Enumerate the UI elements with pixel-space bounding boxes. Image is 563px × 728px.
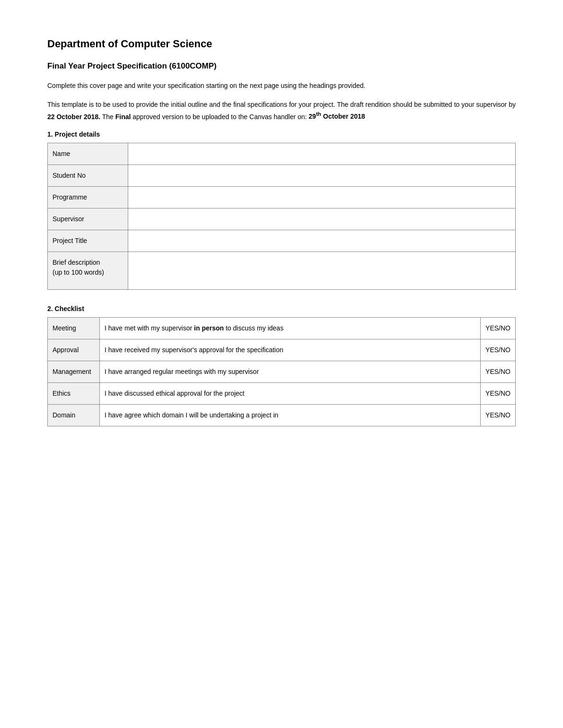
table-row: Programme [48, 186, 516, 208]
table-row: Meeting I have met with my supervisor in… [48, 317, 516, 339]
table-row: Supervisor [48, 208, 516, 230]
desc-meeting-bold: in person [194, 324, 224, 332]
project-details-table: Name Student No Programme Supervisor Pro… [47, 143, 516, 290]
desc-domain: I have agree which domain I will be unde… [100, 404, 481, 426]
value-brief-desc[interactable] [128, 251, 516, 289]
intro-paragraph-2: This template is to be used to provide t… [47, 99, 516, 121]
desc-meeting: I have met with my supervisor in person … [100, 317, 481, 339]
intro-paragraph-1: Complete this cover page and write your … [47, 80, 516, 91]
label-student-no: Student No [48, 165, 128, 186]
table-row: Project Title [48, 230, 516, 251]
table-row: Management I have arranged regular meeti… [48, 361, 516, 382]
value-programme[interactable] [128, 186, 516, 208]
label-programme: Programme [48, 186, 128, 208]
sub-title: Final Year Project Specification (6100CO… [47, 61, 516, 71]
label-project-title: Project Title [48, 230, 128, 251]
label-brief-desc: Brief description(up to 100 words) [48, 251, 128, 289]
intro-p2-end: approved version to be uploaded to the C… [131, 113, 308, 120]
intro-p2-bold1: 22 October 2018. [47, 113, 100, 120]
status-approval[interactable]: YES/NO [481, 339, 516, 361]
intro-p2-mid: The [100, 113, 115, 120]
desc-ethics: I have discussed ethical approval for th… [100, 382, 481, 404]
status-domain[interactable]: YES/NO [481, 404, 516, 426]
status-ethics[interactable]: YES/NO [481, 382, 516, 404]
desc-approval: I have received my supervisor's approval… [100, 339, 481, 361]
table-row: Approval I have received my supervisor's… [48, 339, 516, 361]
main-title: Department of Computer Science [47, 38, 516, 50]
section1-heading: 1. Project details [47, 130, 516, 138]
desc-meeting-start: I have met with my supervisor [105, 324, 194, 332]
label-approval: Approval [48, 339, 100, 361]
value-name[interactable] [128, 143, 516, 165]
intro-p2-date: 29th October 2018 [308, 113, 365, 120]
value-student-no[interactable] [128, 165, 516, 186]
label-supervisor: Supervisor [48, 208, 128, 230]
table-row: Domain I have agree which domain I will … [48, 404, 516, 426]
desc-management: I have arranged regular meetings with my… [100, 361, 481, 382]
desc-meeting-end: to discuss my ideas [224, 324, 283, 332]
label-management: Management [48, 361, 100, 382]
label-domain: Domain [48, 404, 100, 426]
section2-heading: 2. Checklist [47, 305, 516, 312]
table-row: Student No [48, 165, 516, 186]
value-supervisor[interactable] [128, 208, 516, 230]
table-row: Brief description(up to 100 words) [48, 251, 516, 289]
checklist-table: Meeting I have met with my supervisor in… [47, 317, 516, 426]
value-project-title[interactable] [128, 230, 516, 251]
intro-p2-text1: This template is to be used to provide t… [47, 101, 516, 108]
status-meeting[interactable]: YES/NO [481, 317, 516, 339]
table-row: Name [48, 143, 516, 165]
label-meeting: Meeting [48, 317, 100, 339]
label-ethics: Ethics [48, 382, 100, 404]
label-name: Name [48, 143, 128, 165]
intro-p2-bold2: Final [115, 113, 131, 120]
status-management[interactable]: YES/NO [481, 361, 516, 382]
table-row: Ethics I have discussed ethical approval… [48, 382, 516, 404]
